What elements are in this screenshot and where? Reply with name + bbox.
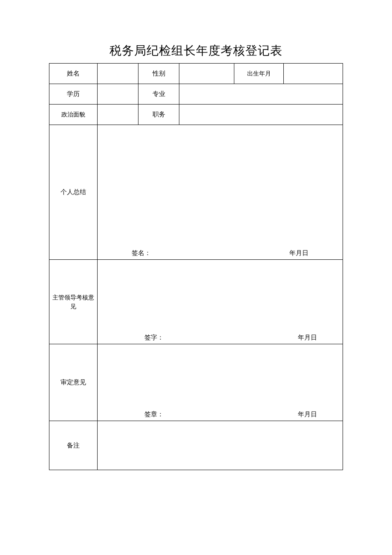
label-major: 专业 xyxy=(138,84,179,105)
label-position: 职务 xyxy=(138,105,179,125)
label-education: 学历 xyxy=(49,84,98,105)
date-label: 年月日 xyxy=(289,249,308,257)
value-remarks[interactable] xyxy=(98,421,343,470)
registration-table: 姓名 性别 出生年月 学历 专业 政治面貌 职务 个人总结 签名： 年月日 主管… xyxy=(49,63,343,470)
value-summary[interactable]: 签名： 年月日 xyxy=(98,125,343,260)
value-approval[interactable]: 签章： 年月日 xyxy=(98,344,343,421)
label-remarks: 备注 xyxy=(49,421,98,470)
date-label: 年月日 xyxy=(298,410,317,418)
form-title: 税务局纪检组长年度考核登记表 xyxy=(49,43,343,59)
value-name[interactable] xyxy=(98,64,138,84)
value-major[interactable] xyxy=(179,84,343,105)
value-education[interactable] xyxy=(98,84,138,105)
sign-label: 签字： xyxy=(144,334,164,342)
value-position[interactable] xyxy=(179,105,343,125)
label-summary: 个人总结 xyxy=(49,125,98,260)
signature-label: 签名： xyxy=(132,249,151,257)
label-political: 政治面貌 xyxy=(49,105,98,125)
label-gender: 性别 xyxy=(138,64,179,84)
label-approval: 审定意见 xyxy=(49,344,98,421)
value-gender[interactable] xyxy=(179,64,234,84)
value-supervisor[interactable]: 签字： 年月日 xyxy=(98,260,343,344)
label-name: 姓名 xyxy=(49,64,98,84)
date-label: 年月日 xyxy=(298,334,317,342)
seal-label: 签章： xyxy=(144,410,164,418)
value-birth[interactable] xyxy=(284,64,343,84)
label-birth: 出生年月 xyxy=(234,64,284,84)
value-political[interactable] xyxy=(98,105,138,125)
label-supervisor: 主管领导考核意见 xyxy=(49,260,98,344)
